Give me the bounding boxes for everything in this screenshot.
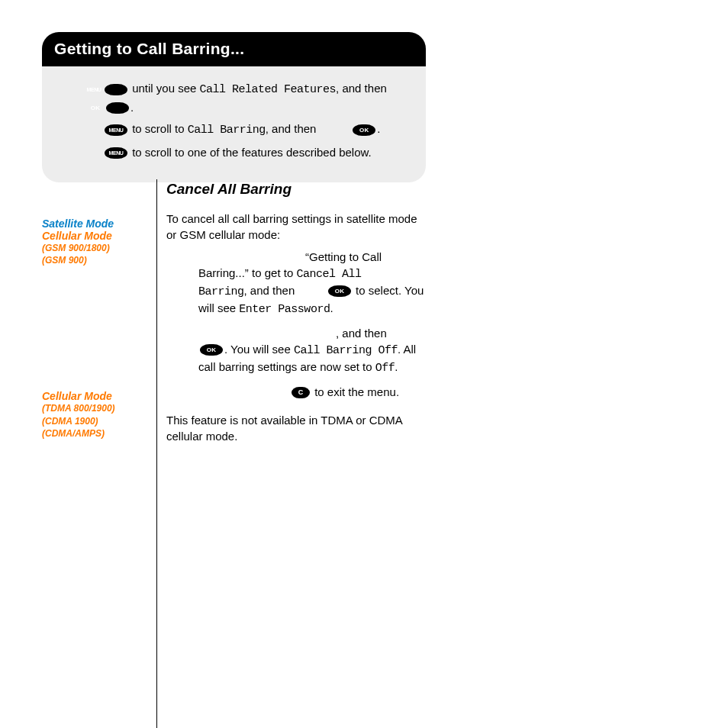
text: “Getting to Call xyxy=(305,250,382,263)
text: Barring...” to get to xyxy=(198,266,296,279)
quick-menu-body: MENU until you see Call Related Features… xyxy=(42,66,426,182)
text: . xyxy=(330,301,333,314)
quick-menu-step-1: MENU until you see Call Related Features… xyxy=(60,80,407,116)
main-body: Cancel All Barring To cancel all call ba… xyxy=(157,179,426,728)
step-3: C to exit the menu. xyxy=(198,384,426,400)
text: , and then xyxy=(244,284,327,297)
c-button-icon: C xyxy=(292,387,310,398)
menu-button-icon: MENU xyxy=(105,147,127,159)
content-columns: Satellite Mode Cellular Mode (GSM 900/18… xyxy=(42,179,426,728)
text: , and then xyxy=(336,327,418,340)
text: . xyxy=(130,101,134,114)
display-text: Enter Password xyxy=(239,303,330,316)
manual-page: Getting to Call Barring... MENU until yo… xyxy=(0,0,728,728)
intro-paragraph: To cancel all call barring settings in s… xyxy=(166,211,426,243)
menu-button-icon: MENU xyxy=(105,124,127,136)
step-2: , and then OK. You will see Call Barring… xyxy=(198,325,426,376)
quick-menu-step-3: MENU to scroll to one of the features de… xyxy=(60,144,407,162)
ok-button-icon: OK xyxy=(328,285,351,297)
sidebar-block-2: Cellular Mode (TDMA 800/1900) (CDMA 1900… xyxy=(42,390,150,440)
sidebar-block-1: Satellite Mode Cellular Mode (GSM 900/18… xyxy=(42,217,150,266)
text: to scroll to one of the features describ… xyxy=(129,146,372,159)
text: . You will see xyxy=(224,343,294,356)
cellular-mode-label: Cellular Mode xyxy=(42,390,150,402)
menu-button-icon: MENU xyxy=(105,84,127,95)
not-available-paragraph: This feature is not available in TDMA or… xyxy=(166,412,426,444)
text: to scroll to xyxy=(129,122,188,135)
text: to exit the menu. xyxy=(311,385,399,398)
ok-button-icon: OK xyxy=(353,124,375,136)
display-text: Call Barring Off xyxy=(294,344,398,357)
tech-label: (CDMA 1900) xyxy=(42,415,150,427)
tech-label: (TDMA 800/1900) xyxy=(42,402,150,414)
text: . xyxy=(377,122,380,135)
tech-label: (CDMA/AMPS) xyxy=(42,427,150,440)
satellite-mode-label: Satellite Mode xyxy=(42,217,150,230)
quick-menu-box: Getting to Call Barring... MENU until yo… xyxy=(42,32,426,182)
step-1: “Getting to Call Barring...” to get to C… xyxy=(198,249,426,317)
text: until you see xyxy=(129,82,200,95)
cellular-mode-label: Cellular Mode xyxy=(42,230,150,242)
quick-menu-title: Getting to Call Barring... xyxy=(42,32,426,66)
display-text: Call Barring xyxy=(188,124,266,137)
text: , and then xyxy=(336,82,387,95)
quick-menu-step-2: MENU to scroll to Call Barring, and then… xyxy=(60,121,407,140)
text: , and then xyxy=(266,122,352,135)
ok-button-icon: OK xyxy=(200,344,223,356)
tech-label: (GSM 900) xyxy=(42,254,150,266)
display-text: Call Related Features xyxy=(200,83,337,96)
text: . xyxy=(395,360,398,373)
section-title: Cancel All Barring xyxy=(166,179,426,200)
display-text: Off xyxy=(375,362,395,375)
ok-button-icon: OK xyxy=(106,102,129,114)
tech-label: (GSM 900/1800) xyxy=(42,242,150,254)
mode-sidebar: Satellite Mode Cellular Mode (GSM 900/18… xyxy=(42,179,157,728)
